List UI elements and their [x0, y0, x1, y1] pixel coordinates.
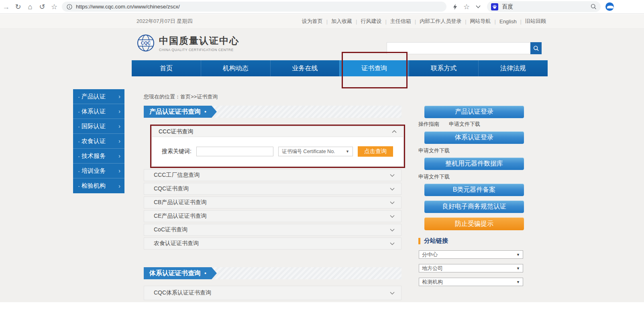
address-bar[interactable]: https://www.cqc.com.cn/www/chinese/zscx/ — [62, 2, 446, 12]
link-set-homepage[interactable]: 设为首页 — [302, 18, 323, 25]
nav-item-contact[interactable]: 联系方式 — [409, 60, 478, 76]
sidebar-item-training[interactable]: ·培训业务› — [73, 164, 124, 178]
branch-links-heading: 分站链接 — [418, 237, 448, 245]
accordion-cqc-system-cert[interactable]: CQC体系认证证书查询 — [144, 286, 401, 300]
nav-item-news[interactable]: 机构动态 — [201, 60, 270, 76]
local-company-select[interactable]: 地方公司▼ — [419, 264, 523, 272]
ecommerce-cert-button[interactable]: 良好电子商务规范认证 — [424, 201, 524, 213]
link-conduct[interactable]: 行风建设 — [361, 18, 381, 25]
apply-download-link[interactable]: 申请文件下载 — [418, 147, 450, 154]
nav-item-online-business[interactable]: 业务在线 — [270, 60, 340, 76]
sidebar-item-product-cert[interactable]: ·产品认证› — [73, 89, 124, 104]
chevron-right-icon: › — [118, 93, 120, 100]
reload-icon[interactable]: ↻ — [12, 1, 24, 13]
chevron-right-icon: › — [118, 123, 120, 129]
section-product-ribbon: 产品认证证书查询• — [144, 106, 217, 118]
search-engine-box[interactable]: 百度 — [487, 1, 601, 12]
bullet: · — [78, 182, 80, 189]
divider: | — [415, 18, 416, 25]
home-icon[interactable]: ⌂ — [24, 1, 36, 13]
accordion-label: CQC证书查询 — [154, 185, 189, 192]
link-add-favorite[interactable]: 加入收藏 — [331, 18, 352, 25]
breadcrumb: 您现在的位置：首页>>证书查询 — [144, 93, 218, 100]
apply-download-link[interactable]: 申请文件下载 — [418, 173, 450, 180]
caret-down-icon: ▼ — [516, 266, 520, 270]
sidebar-item-agrifood-cert[interactable]: ·农食认证› — [73, 134, 124, 149]
back-rotate-icon[interactable]: ↺ — [36, 1, 48, 13]
divider: | — [465, 18, 466, 25]
org-name-cn: 中国质量认证中心 — [159, 35, 239, 47]
nav-item-home[interactable]: 首页 — [132, 60, 201, 76]
nav-item-laws[interactable]: 法律法规 — [478, 60, 548, 76]
forward-icon[interactable]: → — [0, 1, 12, 13]
browser-toolbar: → ↻ ⌂ ↺ ☆ https://www.cqc.com.cn/www/chi… — [0, 0, 644, 14]
link-sitemap[interactable]: 网站导航 — [470, 18, 491, 25]
chevron-right-icon: › — [118, 168, 120, 174]
bookmark-star-icon[interactable]: ☆ — [48, 1, 60, 13]
apply-download-link[interactable]: 申请文件下载 — [449, 121, 480, 128]
divider: | — [495, 18, 496, 25]
chevron-down-icon — [390, 215, 395, 218]
accordion-agrifood-cert[interactable]: 农食认证证书查询 — [144, 237, 401, 250]
search-engine-label: 百度 — [502, 3, 513, 10]
sidebar-item-label: 体系认证 — [82, 108, 106, 115]
chevron-right-icon: › — [118, 108, 120, 115]
site-logo[interactable]: CQC 中国质量认证中心 CHINA QUALITY CERTIFICATION… — [137, 34, 239, 52]
accordion-ccc-factory[interactable]: CCC工厂信息查询 — [144, 169, 401, 181]
accordion-label: 农食认证证书查询 — [154, 240, 199, 247]
org-name-en: CHINA QUALITY CERTIFICATION CENTRE — [159, 48, 239, 52]
caret-down-icon: ▼ — [516, 280, 520, 284]
accordion-label: CB产品认证证书查询 — [154, 199, 206, 206]
site-search-input[interactable] — [387, 42, 530, 54]
browser-extension-icon[interactable] — [605, 2, 614, 11]
sidebar-item-tech-service[interactable]: ·技术服务› — [73, 149, 124, 164]
testing-agency-select[interactable]: 检测机构▼ — [419, 278, 523, 286]
bullet: · — [78, 168, 80, 174]
annotation-box-ccc-panel — [150, 125, 405, 168]
accordion-ce-cert[interactable]: CE产品认证证书查询 — [144, 210, 401, 222]
favorite-star-icon[interactable]: ☆ — [463, 1, 470, 13]
date-text: 2022年07月07日 星期四 — [137, 18, 192, 25]
chevron-right-icon: › — [118, 183, 120, 189]
chevron-right-icon: › — [118, 153, 120, 159]
info-icon[interactable] — [67, 4, 72, 10]
chevron-down-icon — [390, 201, 395, 204]
divider: | — [326, 18, 328, 25]
b-class-components-button[interactable]: B类元器件备案 — [424, 184, 524, 196]
select-value: 检测机构 — [422, 278, 443, 286]
site-search — [387, 42, 542, 54]
sidebar-item-system-cert[interactable]: ·体系认证› — [73, 104, 124, 119]
ribbon-dot: • — [204, 270, 206, 276]
product-cert-login-button[interactable]: 产品认证登录 — [424, 106, 524, 118]
section-system-title: 体系认证证书查询 — [149, 269, 201, 278]
link-english[interactable]: English — [499, 18, 517, 25]
accordion-coc-cert[interactable]: CoC证书查询 — [144, 224, 401, 236]
sidebar-item-inspection[interactable]: ·检验机构› — [73, 178, 124, 193]
section-system-header: 体系认证证书查询• — [144, 267, 401, 279]
sidebar-item-label: 国际认证 — [82, 123, 106, 130]
link-old-site[interactable]: 旧站回顾 — [525, 18, 546, 25]
link-director-mailbox[interactable]: 主任信箱 — [390, 18, 411, 25]
ribbon-dot: • — [204, 108, 206, 115]
section-product-header: 产品认证证书查询• — [144, 106, 401, 118]
chevron-down-icon[interactable] — [476, 5, 481, 8]
site-search-button[interactable] — [530, 42, 542, 54]
search-icon[interactable] — [591, 4, 597, 10]
svg-text:CQC: CQC — [141, 41, 151, 45]
system-cert-login-button[interactable]: 体系认证登录 — [424, 131, 524, 144]
operation-guide-link[interactable]: 操作指南 — [418, 121, 439, 128]
components-database-button[interactable]: 整机用元器件数据库 — [424, 158, 524, 170]
fraud-prevention-button[interactable]: 防止受骗提示 — [424, 217, 524, 230]
lightning-icon[interactable] — [453, 4, 457, 10]
branch-center-select[interactable]: 分中心▼ — [419, 250, 523, 259]
select-value: 地方公司 — [422, 265, 443, 272]
accordion-label: CQC体系认证证书查询 — [154, 289, 211, 297]
accordion-label: CE产品认证证书查询 — [154, 213, 206, 220]
link-staff-login[interactable]: 内部工作人员登录 — [420, 18, 461, 25]
accordion-cqc-cert[interactable]: CQC证书查询 — [144, 183, 401, 195]
sidebar-item-label: 检验机构 — [82, 182, 106, 190]
accordion-cb-cert[interactable]: CB产品认证证书查询 — [144, 196, 401, 209]
branch-links-title: 分站链接 — [424, 237, 448, 245]
url-text[interactable]: https://www.cqc.com.cn/www/chinese/zscx/ — [76, 4, 180, 10]
sidebar-item-international-cert[interactable]: ·国际认证› — [73, 119, 124, 134]
